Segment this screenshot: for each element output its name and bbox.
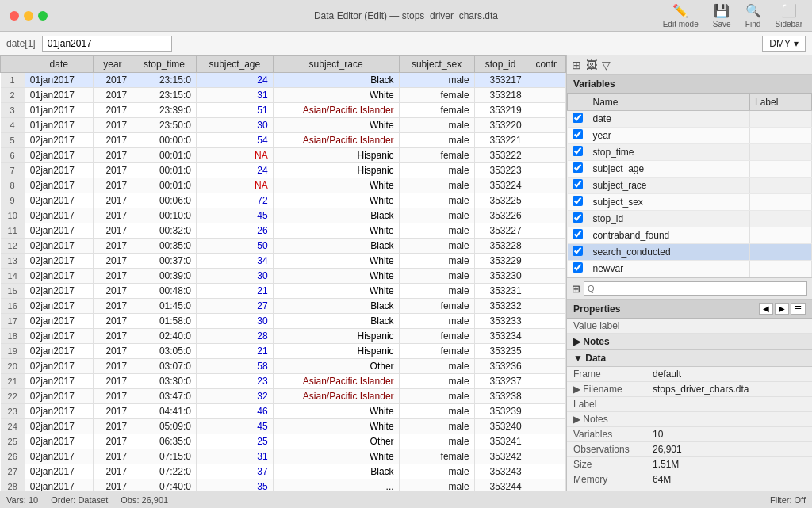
cell-year[interactable]: 2017 (93, 284, 132, 299)
cell-race[interactable]: Hispanic (273, 148, 399, 163)
cell-contr[interactable] (527, 208, 565, 223)
cell-race[interactable]: Asian/Pacific Islander (273, 389, 399, 404)
cell-stop-time[interactable]: 00:48:0 (132, 284, 197, 299)
cell-date[interactable]: 02jan2017 (25, 464, 93, 479)
cell-age[interactable]: 24 (196, 163, 273, 178)
cell-date[interactable]: 02jan2017 (25, 239, 93, 254)
cell-date[interactable]: 02jan2017 (25, 178, 93, 193)
col-stop-id[interactable]: stop_id (474, 56, 527, 73)
table-row[interactable]: 2 01jan2017 2017 23:15:0 31 White female… (1, 88, 566, 103)
cell-contr[interactable] (527, 299, 565, 314)
cell-stop-time[interactable]: 00:10:0 (132, 208, 197, 223)
table-row[interactable]: 17 02jan2017 2017 01:58:0 30 Black male … (1, 314, 566, 329)
table-row[interactable]: 12 02jan2017 2017 00:35:0 50 Black male … (1, 239, 566, 254)
cell-age[interactable]: NA (196, 178, 273, 193)
col-subject-age[interactable]: subject_age (196, 56, 273, 73)
cell-stop-id[interactable]: 353233 (474, 314, 527, 329)
sidebar-button[interactable]: ⬜ Sidebar (776, 3, 802, 29)
cell-race[interactable]: Hispanic (273, 329, 399, 344)
cell-race[interactable]: Black (273, 299, 399, 314)
cell-stop-time[interactable]: 23:50:0 (132, 118, 197, 133)
cell-age[interactable]: 50 (196, 239, 273, 254)
cell-sex[interactable]: male (399, 269, 474, 284)
var-checkbox[interactable] (573, 196, 583, 206)
table-row[interactable]: 13 02jan2017 2017 00:37:0 34 White male … (1, 254, 566, 269)
cell-contr[interactable] (527, 479, 565, 491)
table-row[interactable]: 21 02jan2017 2017 03:30:0 23 Asian/Pacif… (1, 374, 566, 389)
cell-date[interactable]: 01jan2017 (25, 88, 93, 103)
cell-sex[interactable]: male (399, 178, 474, 193)
cell-age[interactable]: 31 (196, 88, 273, 103)
table-row[interactable]: 8 02jan2017 2017 00:01:0 NA White male 3… (1, 178, 566, 193)
table-row[interactable]: 23 02jan2017 2017 04:41:0 46 White male … (1, 404, 566, 419)
cell-race[interactable]: White (273, 269, 399, 284)
table-row[interactable]: 18 02jan2017 2017 02:40:0 28 Hispanic fe… (1, 329, 566, 344)
cell-age[interactable]: 35 (196, 479, 273, 491)
cell-stop-time[interactable]: 02:40:0 (132, 329, 197, 344)
table-row[interactable]: 26 02jan2017 2017 07:15:0 31 White femal… (1, 449, 566, 464)
cell-contr[interactable] (527, 269, 565, 284)
cell-age[interactable]: NA (196, 148, 273, 163)
cell-contr[interactable] (527, 284, 565, 299)
cell-stop-time[interactable]: 06:35:0 (132, 434, 197, 449)
var-checkbox[interactable] (573, 162, 583, 173)
variable-row[interactable]: subject_age (568, 161, 812, 178)
cell-year[interactable]: 2017 (93, 404, 132, 419)
cell-contr[interactable] (527, 359, 565, 374)
cell-age[interactable]: 51 (196, 103, 273, 118)
cell-contr[interactable] (527, 223, 565, 239)
cell-year[interactable]: 2017 (93, 479, 132, 491)
cell-year[interactable]: 2017 (93, 118, 132, 133)
cell-contr[interactable] (527, 419, 565, 434)
props-menu-button[interactable]: ☰ (791, 303, 806, 315)
cell-date[interactable]: 02jan2017 (25, 148, 93, 163)
cell-sex[interactable]: female (399, 344, 474, 359)
cell-date[interactable]: 02jan2017 (25, 434, 93, 449)
cell-stop-time[interactable]: 23:39:0 (132, 103, 197, 118)
cell-year[interactable]: 2017 (93, 389, 132, 404)
cell-race[interactable]: Black (273, 314, 399, 329)
cell-year[interactable]: 2017 (93, 464, 132, 479)
variable-row[interactable]: stop_time (568, 144, 812, 161)
minimize-button[interactable] (24, 11, 33, 21)
cell-age[interactable]: 37 (196, 464, 273, 479)
cell-age[interactable]: 21 (196, 284, 273, 299)
cell-age[interactable]: 30 (196, 118, 273, 133)
cell-race[interactable]: White (273, 88, 399, 103)
cell-race[interactable]: Black (273, 208, 399, 223)
cell-sex[interactable]: male (399, 239, 474, 254)
table-row[interactable]: 1 01jan2017 2017 23:15:0 24 Black male 3… (1, 73, 566, 88)
cell-age[interactable]: 58 (196, 359, 273, 374)
col-subject-sex[interactable]: subject_sex (399, 56, 474, 73)
table-row[interactable]: 15 02jan2017 2017 00:48:0 21 White male … (1, 284, 566, 299)
cell-age[interactable]: 21 (196, 344, 273, 359)
cell-age[interactable]: 54 (196, 133, 273, 148)
cell-sex[interactable]: male (399, 118, 474, 133)
cell-date[interactable]: 02jan2017 (25, 359, 93, 374)
table-row[interactable]: 19 02jan2017 2017 03:05:0 21 Hispanic fe… (1, 344, 566, 359)
col-stop-time[interactable]: stop_time (132, 56, 197, 73)
cell-age[interactable]: 34 (196, 254, 273, 269)
cell-date[interactable]: 01jan2017 (25, 118, 93, 133)
cell-race[interactable]: Other (273, 434, 399, 449)
var-checkbox[interactable] (573, 212, 583, 223)
cell-race[interactable]: Black (273, 464, 399, 479)
cell-contr[interactable] (527, 329, 565, 344)
cell-stop-id[interactable]: 353226 (474, 208, 527, 223)
table-row[interactable]: 10 02jan2017 2017 00:10:0 45 Black male … (1, 208, 566, 223)
cell-date[interactable]: 02jan2017 (25, 163, 93, 178)
var-checkbox[interactable] (573, 113, 583, 123)
cell-date[interactable]: 02jan2017 (25, 269, 93, 284)
cell-stop-time[interactable]: 01:45:0 (132, 299, 197, 314)
var-checkbox[interactable] (573, 262, 583, 273)
table-row[interactable]: 14 02jan2017 2017 00:39:0 30 White male … (1, 269, 566, 284)
cell-sex[interactable]: male (399, 374, 474, 389)
cell-stop-id[interactable]: 353217 (474, 73, 527, 88)
var-checkbox[interactable] (573, 246, 583, 256)
data-table-area[interactable]: date year stop_time subject_age subject_… (0, 55, 566, 491)
cell-year[interactable]: 2017 (93, 178, 132, 193)
variable-row[interactable]: date (568, 111, 812, 128)
cell-stop-id[interactable]: 353234 (474, 329, 527, 344)
cell-date[interactable]: 01jan2017 (25, 73, 93, 88)
cell-race[interactable]: White (273, 223, 399, 239)
